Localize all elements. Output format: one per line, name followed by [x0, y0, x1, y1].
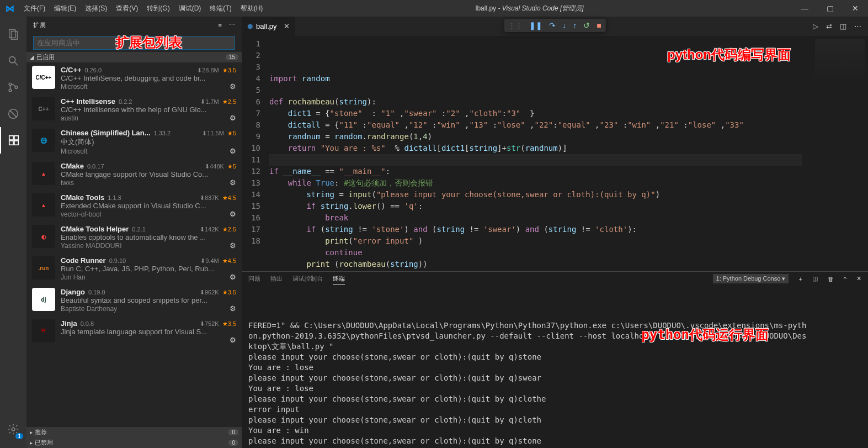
terminal-output[interactable]: python代码运行界面 FERED=1" && C:\Users\DUODUO…	[242, 286, 868, 448]
step-into-button[interactable]: ↓	[562, 21, 566, 30]
minimap[interactable]	[802, 36, 868, 271]
extension-publisher: Yassine MADDOURI	[61, 242, 121, 250]
terminal-line: please input your choose(stone,swear or …	[248, 436, 861, 446]
step-out-button[interactable]: ↑	[573, 21, 577, 30]
extension-search-input[interactable]	[33, 36, 235, 50]
restart-button[interactable]: ↺	[583, 21, 590, 30]
close-button[interactable]: ✕	[843, 4, 868, 13]
section-disabled-header[interactable]: ▸ 已禁用 0	[26, 438, 242, 448]
extension-item[interactable]: dj Django0.19.0 ⬇962K★3.5 Beautiful synt…	[26, 284, 242, 316]
rating: ★3.5	[222, 67, 236, 74]
tab-ball-py[interactable]: ⬢ ball.py ✕	[242, 17, 296, 36]
download-count: ⬇962K	[200, 289, 219, 296]
extension-item[interactable]: .run Code Runner0.9.10 ⬇9.4M★4.5 Run C, …	[26, 253, 242, 284]
svg-point-13	[12, 428, 15, 431]
gear-icon[interactable]: ⚙	[230, 273, 236, 281]
gear-icon[interactable]: ⚙	[230, 241, 236, 250]
more-icon[interactable]: ⋯	[229, 22, 236, 29]
gear-icon[interactable]: ⚙	[230, 147, 236, 155]
terminal-selector[interactable]: 1: Python Debug Conso ▾	[713, 274, 789, 283]
titlebar: ⋈ 文件(F)编辑(E)选择(S)查看(V)转到(G)调试(D)终端(T)帮助(…	[0, 0, 868, 17]
settings-badge: 1	[15, 433, 23, 439]
extension-version: 0.0.8	[81, 320, 94, 327]
terminal-line: ktop\文章\ball.py "	[248, 341, 861, 352]
window-controls: — ▢ ✕	[792, 4, 868, 13]
source-control-icon[interactable]	[0, 74, 26, 101]
gear-icon[interactable]: ⚙	[230, 178, 236, 187]
download-count: ⬇1.7M	[200, 98, 219, 106]
terminal-line: please input your choose(stone,swear or …	[248, 352, 861, 362]
panel-tab[interactable]: 问题	[248, 273, 260, 284]
menu-item[interactable]: 选择(S)	[81, 4, 111, 13]
close-panel-icon[interactable]: ✕	[856, 275, 861, 282]
maximize-button[interactable]: ▢	[817, 4, 843, 13]
kill-terminal-icon[interactable]: 🗑	[828, 276, 834, 282]
extension-item[interactable]: ▲ CMake0.0.17 ⬇448K★5 CMake langage supp…	[26, 159, 242, 190]
extension-item[interactable]: ▲ CMake Tools1.1.3 ⬇837K★4.5 Extended CM…	[26, 190, 242, 222]
minimize-button[interactable]: —	[792, 4, 817, 13]
more-actions-icon[interactable]: ⋯	[854, 22, 861, 30]
menu-item[interactable]: 转到(G)	[142, 4, 174, 13]
gear-icon[interactable]: ⚙	[230, 336, 236, 344]
terminal-line: You are : win	[248, 425, 861, 436]
extension-item[interactable]: 🌐 Chinese (Simplified) Lan...1.33.2 ⬇11.…	[26, 125, 242, 159]
maximize-panel-icon[interactable]: ^	[844, 276, 846, 282]
menu-item[interactable]: 查看(V)	[111, 4, 142, 13]
pause-button[interactable]: ❚❚	[529, 21, 542, 30]
rating: ★3.5	[222, 320, 236, 328]
extension-name: CMake Tools Helper	[61, 225, 129, 233]
stop-button[interactable]: ■	[597, 21, 601, 30]
svg-point-2	[9, 57, 15, 63]
chevron-right-icon: ▸	[30, 429, 33, 435]
extension-name: C++ Intellisense	[61, 97, 115, 106]
drag-grip-icon[interactable]: ⋮⋮	[508, 22, 523, 30]
menu-item[interactable]: 帮助(H)	[236, 4, 268, 13]
extension-icon: ▲	[32, 162, 55, 185]
gear-icon[interactable]: ⚙	[230, 210, 236, 218]
extensions-icon[interactable]	[0, 127, 26, 154]
split-terminal-icon[interactable]: ◫	[812, 275, 818, 282]
explorer-icon[interactable]	[0, 21, 26, 48]
panel-tab[interactable]: 输出	[270, 273, 283, 284]
debug-icon[interactable]	[0, 101, 26, 127]
section-enabled-header[interactable]: ◢ 已启用 15	[26, 52, 242, 62]
window-title: lball.py - Visual Studio Code [管理员]	[267, 4, 792, 13]
editor-body[interactable]: 123456789101112131415161718 import rando…	[242, 36, 868, 271]
run-button[interactable]: ▷	[813, 22, 818, 30]
panel-tab[interactable]: 终端	[333, 273, 345, 284]
settings-gear-icon[interactable]: 1	[0, 416, 26, 442]
extension-icon: ◐	[32, 225, 55, 248]
code-content[interactable]: import random def rochambeau(string): di…	[269, 36, 802, 271]
recommend-count: 0	[228, 429, 238, 435]
menu-item[interactable]: 调试(D)	[174, 4, 206, 13]
sidebar: 扩展 ≡ ⋯ 扩展包列表 ◢ 已启用 15 C/C++ C/C++0.26.0 …	[26, 17, 242, 448]
new-terminal-icon[interactable]: +	[798, 276, 802, 282]
extension-item[interactable]: C++ C++ Intellisense0.2.2 ⬇1.7M★2.5 C/C+…	[26, 94, 242, 125]
activity-bar: 1	[0, 17, 26, 448]
tab-close-icon[interactable]: ✕	[284, 22, 290, 30]
gear-icon[interactable]: ⚙	[230, 114, 236, 122]
compare-icon[interactable]: ⇄	[826, 22, 832, 30]
section-recommend-header[interactable]: ▸ 推荐 0	[26, 427, 242, 438]
filter-icon[interactable]: ≡	[219, 22, 222, 29]
svg-point-5	[9, 89, 12, 92]
extension-icon: 🌐	[32, 129, 55, 152]
gear-icon[interactable]: ⚙	[230, 304, 236, 313]
terminal-line: please input your choose(stone,swear or …	[248, 415, 861, 425]
tab-bar: ⬢ ball.py ✕ ⋮⋮ ❚❚ ↷ ↓ ↑ ↺ ■ ▷ ⇄ ◫ ⋯	[242, 17, 868, 36]
chevron-right-icon: ▸	[30, 440, 33, 446]
extension-item[interactable]: C/C++ C/C++0.26.0 ⬇28.8M★3.5 C/C++ Intel…	[26, 62, 242, 94]
gear-icon[interactable]: ⚙	[230, 82, 236, 91]
extension-publisher: Jun Han	[61, 273, 86, 281]
menu-item[interactable]: 文件(F)	[19, 4, 50, 13]
panel-tab[interactable]: 调试控制台	[292, 273, 323, 284]
title-appname: - Visual Studio Code [管理员]	[496, 4, 584, 12]
extension-item[interactable]: ◐ CMake Tools Helper0.2.1 ⬇142K★2.5 Enab…	[26, 222, 242, 253]
split-editor-icon[interactable]: ◫	[840, 22, 846, 30]
menu-item[interactable]: 终端(T)	[205, 4, 236, 13]
step-over-button[interactable]: ↷	[549, 21, 556, 30]
extension-item[interactable]: ⛩ Jinja0.0.8 ⬇752K★3.5 Jinja template la…	[26, 316, 242, 347]
search-icon[interactable]	[0, 48, 26, 74]
menu-item[interactable]: 编辑(E)	[50, 4, 81, 13]
debug-toolbar[interactable]: ⋮⋮ ❚❚ ↷ ↓ ↑ ↺ ■	[504, 19, 605, 32]
